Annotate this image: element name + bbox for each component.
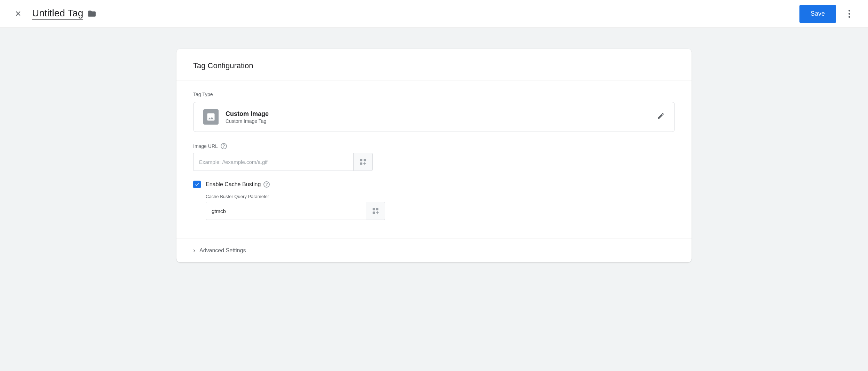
advanced-settings-label: Advanced Settings (199, 247, 246, 254)
svg-rect-3 (373, 208, 375, 210)
svg-rect-0 (360, 159, 362, 161)
cache-busting-row: Enable Cache Busting ? (193, 181, 675, 188)
tag-type-left: Custom Image Custom Image Tag (203, 109, 269, 125)
tag-name: Custom Image (226, 110, 269, 118)
edit-tag-type-icon[interactable] (657, 112, 665, 122)
image-url-help-icon[interactable]: ? (221, 143, 227, 149)
header-right: Save (799, 5, 857, 23)
cache-buster-add-variable-button[interactable] (366, 202, 385, 220)
image-url-input-row (193, 153, 675, 171)
add-variable-icon (359, 158, 367, 166)
cache-busting-section: Enable Cache Busting ? Cache Buster Quer… (193, 181, 675, 220)
svg-rect-2 (360, 163, 362, 165)
svg-rect-4 (376, 208, 378, 210)
image-icon (206, 112, 216, 122)
tag-configuration-card: Tag Configuration Tag Type (176, 49, 692, 262)
tag-description: Custom Image Tag (226, 118, 269, 124)
close-button[interactable]: ✕ (11, 7, 25, 21)
card-header: Tag Configuration (176, 49, 692, 80)
header: ✕ Untitled Tag Save (0, 0, 868, 28)
cache-busting-label: Enable Cache Busting ? (206, 181, 270, 188)
cache-buster-sub-field: Cache Buster Query Parameter (206, 194, 675, 220)
header-left: ✕ Untitled Tag (11, 7, 96, 21)
advanced-settings-row[interactable]: › Advanced Settings (193, 247, 675, 254)
save-button[interactable]: Save (799, 5, 836, 23)
title-area: Untitled Tag (32, 8, 96, 20)
image-url-add-variable-button[interactable] (353, 153, 373, 171)
tag-type-icon (203, 109, 219, 125)
tag-type-section: Tag Type Custom Image Custom Image Tag (193, 92, 675, 132)
tag-info: Custom Image Custom Image Tag (226, 110, 269, 124)
folder-icon[interactable] (87, 9, 96, 19)
card-body: Tag Type Custom Image Custom Image Tag (176, 80, 692, 238)
main-content: Tag Configuration Tag Type (0, 28, 868, 283)
svg-rect-1 (364, 159, 366, 161)
cache-buster-query-label: Cache Buster Query Parameter (206, 194, 675, 199)
more-options-button[interactable] (842, 6, 857, 22)
image-url-label: Image URL ? (193, 143, 675, 149)
add-variable-icon-2 (372, 207, 379, 215)
svg-rect-5 (373, 212, 375, 214)
more-dots-icon (849, 10, 850, 18)
card-footer: › Advanced Settings (176, 238, 692, 262)
page-title: Untitled Tag (32, 8, 83, 20)
card-title: Tag Configuration (193, 61, 675, 70)
cache-buster-input[interactable] (206, 202, 366, 220)
tag-type-box[interactable]: Custom Image Custom Image Tag (193, 102, 675, 132)
cache-buster-input-row (206, 202, 675, 220)
cache-busting-help-icon[interactable]: ? (263, 181, 270, 188)
image-url-section: Image URL ? (193, 143, 675, 171)
image-url-input[interactable] (193, 153, 353, 171)
checkmark-icon (195, 182, 199, 187)
tag-type-label: Tag Type (193, 92, 675, 97)
chevron-right-icon: › (193, 247, 195, 254)
cache-busting-checkbox[interactable] (193, 181, 201, 188)
